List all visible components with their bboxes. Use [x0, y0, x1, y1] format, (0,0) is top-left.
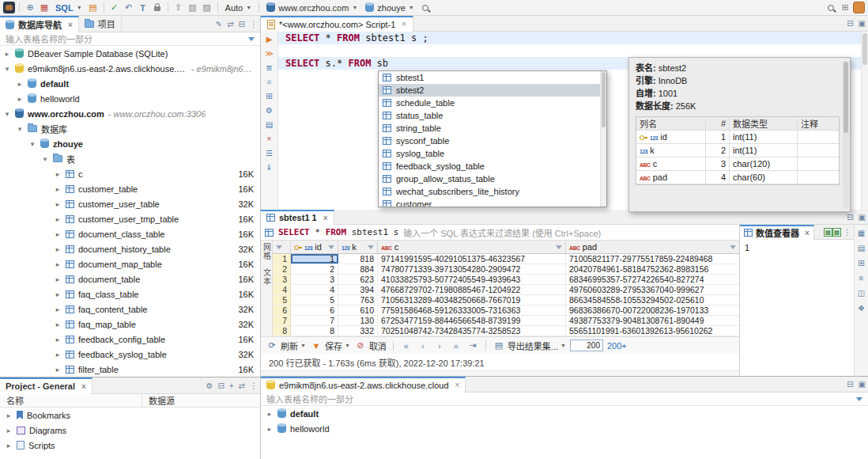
minimize-icon[interactable]: ⊟ — [844, 380, 855, 389]
save-value-icon[interactable]: ▦ — [824, 228, 832, 237]
chevron-right-icon[interactable]: ▸ — [266, 425, 274, 433]
chevron-right-icon[interactable]: ▸ — [266, 410, 274, 418]
chevron-right-icon[interactable]: ▸ — [16, 80, 24, 88]
cell-pad[interactable]: 55651101991-63601392613-95610262 — [566, 326, 739, 336]
cell-pad[interactable]: 96836386670-00722008236-1970133 — [566, 305, 739, 315]
references-panel-icon[interactable]: ❖ — [858, 304, 865, 313]
execute-statement-icon[interactable]: ▶ — [266, 34, 273, 44]
cell-pad[interactable]: 71005821177-29775517859-22489468 — [566, 254, 739, 264]
maximize-icon[interactable]: ▣ — [856, 19, 868, 28]
export-icon[interactable]: ⇧ — [172, 2, 185, 14]
chevron-right-icon[interactable]: ▸ — [54, 275, 62, 283]
cell-id[interactable]: 6 — [291, 305, 338, 315]
chevron-down-icon[interactable]: ▾ — [3, 65, 11, 73]
autocomplete-item[interactable]: feedback_syslog_table — [379, 160, 606, 173]
cell-id[interactable]: 4 — [291, 285, 338, 294]
tab-sql-script[interactable]: *<www.orczhou.com> Script-1 × — [261, 16, 413, 32]
row-number[interactable]: 6 — [273, 305, 291, 315]
close-icon[interactable]: × — [323, 214, 328, 222]
cell-c[interactable]: 71056313289-40348250668-7667019 — [378, 295, 566, 305]
chevron-down-icon[interactable]: ▾ — [16, 125, 24, 133]
cell-c[interactable]: 77591586468-59126333005-7316363 — [378, 305, 566, 315]
maximize-icon[interactable]: ▣ — [856, 213, 868, 222]
cell-c[interactable]: 41033825793-50772405549-4939643 — [378, 275, 566, 284]
chevron-right-icon[interactable]: ▸ — [16, 95, 24, 103]
tab-value-viewer[interactable]: 数值查看器 × — [740, 225, 814, 240]
tab-clickhouse-connection[interactable]: e9mikm8jn6.us-east-2.aws.clickhouse.clou… — [261, 377, 466, 393]
bottom-tree-item-default[interactable]: ▸ default — [261, 406, 868, 421]
tree-item-default[interactable]: ▸ default — [0, 76, 260, 91]
quick-search-icon[interactable] — [825, 2, 837, 14]
value-menu-icon[interactable]: ⋮ — [841, 228, 854, 237]
rollback-icon[interactable]: ↶ — [123, 2, 135, 14]
query-analyze-icon[interactable]: ⌗ — [267, 77, 272, 87]
code-line-1[interactable]: SELECT * FROM sbtest1 s ; — [278, 32, 861, 44]
cell-c[interactable]: 67253477159-88446566548-8739199 — [378, 316, 566, 325]
chevron-right-icon[interactable]: ▸ — [54, 185, 62, 193]
column-header-name[interactable]: 名称 — [0, 394, 142, 407]
first-page-icon[interactable]: « — [400, 340, 413, 352]
chevron-down-icon[interactable]: ▾ — [28, 140, 36, 148]
chevron-right-icon[interactable]: ▸ — [3, 50, 11, 58]
close-icon[interactable]: × — [68, 21, 73, 29]
editor-scrollbar[interactable] — [861, 32, 868, 210]
cell-k[interactable]: 818 — [338, 254, 378, 264]
metadata-panel-icon[interactable]: ◫ — [858, 289, 865, 298]
cell-id[interactable]: 5 — [291, 295, 338, 305]
chevron-right-icon[interactable]: ▸ — [54, 200, 62, 208]
tab-projects[interactable]: 项目 — [79, 16, 122, 32]
column-header-id[interactable]: id — [291, 241, 338, 253]
tab-project-general[interactable]: Project - General × — [0, 377, 92, 394]
cell-k[interactable]: 884 — [338, 264, 378, 274]
text-presentation-tab[interactable]: 文本 — [261, 268, 273, 286]
row-number[interactable]: 2 — [273, 264, 291, 274]
filter-icon[interactable] — [556, 245, 562, 249]
tree-item-orczhou[interactable]: ▾ www.orczhou.com - www.orczhou.com:3306 — [0, 106, 260, 121]
view-menu-icon[interactable]: ⋮ — [247, 20, 260, 28]
autocomplete-item[interactable]: group_allow_status_table — [379, 173, 606, 185]
new-database-object-icon[interactable]: ▦ — [38, 2, 51, 14]
cell-pad[interactable]: 49387753379-90481308761-890449 — [566, 316, 739, 325]
tree-item-clickhouse[interactable]: ▾ e9mikm8jn6.us-east-2.aws.clickhouse.cl… — [0, 61, 260, 76]
refresh-button[interactable]: ⟳刷新▼ — [266, 340, 306, 352]
cell-c[interactable]: 97141991595-40291051375-46323567 — [378, 254, 566, 264]
cell-pad[interactable]: 20420784961-58184752362-8983156 — [566, 264, 739, 274]
tree-item-table[interactable]: ▸ document_table 16K — [0, 271, 260, 286]
new-connection-icon[interactable]: ⊕ — [24, 2, 36, 14]
cell-k[interactable]: 130 — [338, 316, 378, 325]
row-number[interactable]: 3 — [273, 275, 291, 284]
collapse-all-icon[interactable]: ⊟ — [215, 381, 226, 390]
compare-icon[interactable]: ▥ — [187, 2, 199, 14]
text-panel-icon[interactable]: ▤ — [858, 244, 865, 252]
chevron-right-icon[interactable]: ▸ — [5, 412, 13, 419]
perspective-icon[interactable]: ⊞ — [839, 2, 851, 14]
filter-icon[interactable] — [856, 397, 862, 401]
export-from-query-icon[interactable]: ⊞ — [266, 91, 272, 101]
user-avatar[interactable] — [853, 2, 865, 13]
tab-results-sbtest1[interactable]: sbtest1 1 × — [261, 210, 334, 225]
tree-item-databases-folder[interactable]: ▾ 数据库 — [0, 121, 260, 136]
filter-input[interactable]: 输入一个 SQL 表达式来过滤结果 (使用 Ctrl+Space) — [403, 226, 776, 239]
value-panel-icon[interactable]: ⊞ — [858, 259, 864, 267]
bottom-tree-item-helloworld[interactable]: ▸ helloworld — [261, 421, 868, 436]
tree-item-tables-folder[interactable]: ▾ 表 — [0, 151, 260, 166]
tree-item-table[interactable]: ▸ c 16K — [0, 166, 260, 181]
tree-item-table[interactable]: ▸ faq_class_table 16K — [0, 286, 260, 302]
tree-item-table[interactable]: ▸ customer_table 16K — [0, 181, 260, 196]
maximize-icon[interactable]: ▣ — [856, 380, 868, 389]
filter-icon[interactable]: T — [137, 2, 149, 14]
execute-script-icon[interactable]: ≫ — [265, 48, 273, 59]
cell-pad[interactable]: 49760603289-27953367040-999627 — [566, 285, 739, 294]
chevron-right-icon[interactable]: ▸ — [54, 366, 62, 374]
filter-icon[interactable] — [730, 245, 736, 249]
close-icon[interactable]: × — [805, 229, 810, 237]
tree-item-table[interactable]: ▸ faq_map_table 32K — [0, 317, 260, 332]
cell-pad[interactable]: 68346995357-57274226540-827274 — [566, 275, 739, 284]
tree-item-helloworld[interactable]: ▸ helloworld — [0, 91, 260, 106]
cancel-button[interactable]: ⊘取消 — [354, 340, 387, 352]
column-header-datasource[interactable]: 数据源 — [142, 394, 175, 407]
column-header-pad[interactable]: pad — [566, 241, 739, 253]
close-icon[interactable]: × — [402, 20, 406, 28]
chevron-right-icon[interactable]: ▸ — [54, 245, 62, 253]
calc-panel-icon[interactable]: ≡ — [859, 274, 864, 283]
